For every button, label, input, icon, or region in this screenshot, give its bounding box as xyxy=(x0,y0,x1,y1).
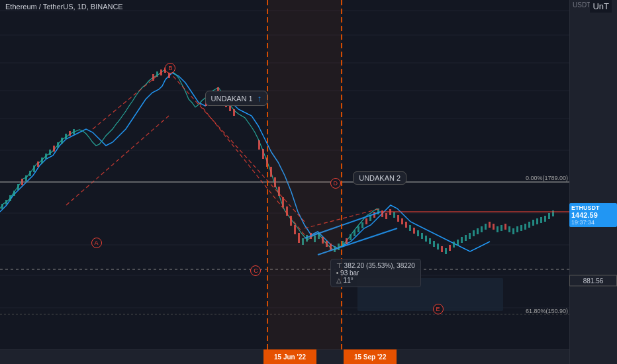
svg-rect-21 xyxy=(29,171,31,176)
svg-rect-17 xyxy=(13,191,15,196)
date-highlight-sep: 15 Sep '22 xyxy=(344,349,397,364)
chart-title-text: Ethereum / TetherUS, 1D, BINANCE xyxy=(5,3,123,11)
eth-symbol: ETHUSDT xyxy=(571,205,615,211)
svg-rect-87 xyxy=(421,233,423,239)
svg-rect-105 xyxy=(493,224,495,230)
svg-rect-26 xyxy=(49,150,51,155)
svg-rect-88 xyxy=(425,236,427,242)
svg-rect-118 xyxy=(544,216,546,222)
svg-rect-119 xyxy=(548,213,550,219)
info-bars: • 93 bar xyxy=(336,269,415,277)
y-axis: USDT xyxy=(569,0,617,364)
svg-rect-106 xyxy=(497,226,498,232)
dotted-price-badge: 881.56 xyxy=(569,275,617,286)
svg-rect-47 xyxy=(262,149,264,159)
svg-rect-99 xyxy=(469,233,471,239)
annotation-D: D xyxy=(330,178,341,189)
svg-rect-116 xyxy=(536,218,538,224)
svg-rect-30 xyxy=(65,134,67,139)
svg-rect-107 xyxy=(500,225,502,231)
svg-rect-29 xyxy=(61,138,63,144)
svg-rect-95 xyxy=(453,242,455,248)
svg-rect-73 xyxy=(365,218,367,224)
svg-rect-68 xyxy=(346,238,348,244)
svg-rect-28 xyxy=(57,142,59,148)
fib-0-label: 0.00%(1789.00) xyxy=(526,175,568,181)
eth-time: 19:37:34 xyxy=(571,219,615,226)
eth-price: 1442.59 xyxy=(571,211,615,219)
svg-rect-46 xyxy=(258,140,260,150)
svg-rect-98 xyxy=(465,235,467,241)
svg-rect-109 xyxy=(508,226,510,232)
svg-rect-15 xyxy=(5,200,7,205)
chart-container: Ethereum / TetherUS, 1D, BINANCE UnT USD… xyxy=(0,0,617,364)
svg-rect-94 xyxy=(449,245,451,251)
svg-rect-89 xyxy=(429,238,431,244)
svg-rect-114 xyxy=(528,222,530,228)
svg-rect-69 xyxy=(350,234,352,240)
svg-rect-22 xyxy=(33,165,35,172)
svg-rect-132 xyxy=(267,0,342,349)
svg-rect-110 xyxy=(512,228,514,234)
svg-rect-81 xyxy=(397,215,399,222)
svg-rect-100 xyxy=(473,230,475,236)
eth-price-badge: ETHUSDT 1442.59 19:37:34 xyxy=(569,203,617,227)
svg-rect-31 xyxy=(69,131,71,136)
svg-rect-80 xyxy=(393,212,395,218)
svg-rect-72 xyxy=(361,222,363,228)
svg-rect-90 xyxy=(433,241,435,247)
info-range: ⊤ 382.20 (35.53%), 38220 xyxy=(336,262,415,269)
svg-rect-85 xyxy=(413,228,415,234)
svg-rect-115 xyxy=(532,220,534,226)
dotted-price: 881.56 xyxy=(572,277,614,284)
chart-area: A B C D E UNDAKAN 1 ↑ UNDAKAN 2 ⊤ 382.20… xyxy=(0,0,569,349)
undakan2-box: UNDAKAN 2 xyxy=(353,171,406,185)
svg-rect-18 xyxy=(17,184,19,190)
svg-rect-108 xyxy=(504,224,506,230)
svg-rect-82 xyxy=(401,218,403,224)
info-box: ⊤ 382.20 (35.53%), 38220 • 93 bar △ 11° xyxy=(330,259,421,287)
svg-rect-33 xyxy=(152,74,154,81)
svg-rect-23 xyxy=(37,161,39,167)
svg-rect-102 xyxy=(481,226,483,232)
fib-618-label: 61.80%(150.90) xyxy=(526,308,568,314)
svg-rect-84 xyxy=(409,225,411,231)
svg-rect-96 xyxy=(457,240,459,246)
svg-rect-111 xyxy=(516,226,518,232)
info-angle: △ 11° xyxy=(336,277,415,284)
annotation-E: E xyxy=(433,304,444,314)
svg-rect-91 xyxy=(437,244,439,250)
svg-rect-92 xyxy=(441,246,443,252)
svg-line-122 xyxy=(66,116,169,205)
svg-rect-93 xyxy=(445,248,447,254)
svg-rect-97 xyxy=(461,237,463,243)
currency-label: USDT xyxy=(573,1,591,9)
svg-rect-27 xyxy=(53,146,55,152)
svg-rect-117 xyxy=(540,217,542,223)
date-highlight-jun: 15 Jun '22 xyxy=(263,349,316,364)
annotation-A: A xyxy=(91,238,102,248)
svg-rect-104 xyxy=(489,222,491,228)
svg-rect-83 xyxy=(405,222,407,228)
svg-rect-14 xyxy=(1,204,3,209)
chart-svg xyxy=(0,0,569,349)
svg-rect-20 xyxy=(25,175,27,181)
svg-rect-86 xyxy=(417,230,419,236)
svg-rect-25 xyxy=(45,154,47,159)
svg-rect-24 xyxy=(41,158,43,163)
svg-rect-45 xyxy=(233,109,235,116)
svg-rect-70 xyxy=(354,230,356,236)
svg-rect-103 xyxy=(485,224,487,230)
unt-label: UnT xyxy=(590,0,612,13)
svg-rect-113 xyxy=(524,224,526,230)
svg-rect-71 xyxy=(357,226,359,232)
chart-title: Ethereum / TetherUS, 1D, BINANCE xyxy=(5,3,123,11)
svg-rect-32 xyxy=(73,129,75,134)
svg-rect-78 xyxy=(385,213,387,219)
svg-rect-101 xyxy=(477,228,479,234)
svg-rect-112 xyxy=(520,225,522,231)
undakan1-box: UNDAKAN 1 ↑ xyxy=(205,91,268,106)
svg-rect-16 xyxy=(9,195,11,201)
